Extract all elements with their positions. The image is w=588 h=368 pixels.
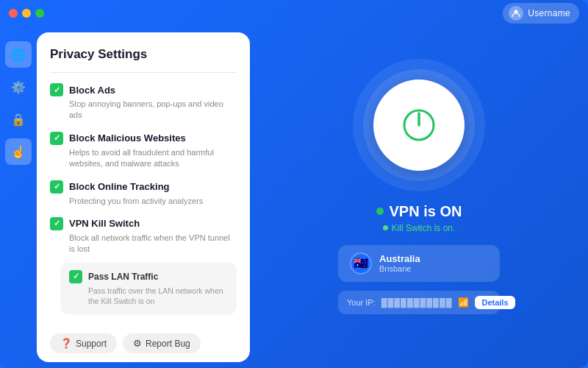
setting-desc-pass-lan: Pass traffic over the LAN network when t… xyxy=(69,286,228,307)
traffic-lights xyxy=(9,9,44,18)
setting-header-pass-lan: Pass LAN Traffic xyxy=(69,270,228,283)
support-button[interactable]: ❓ Support xyxy=(50,333,117,353)
location-card[interactable]: 🇦🇺 Australia Brisbane xyxy=(338,245,500,282)
country-name: Australia xyxy=(379,253,420,264)
ip-value: ███████████ xyxy=(381,298,453,307)
settings-panel: Privacy Settings Block Ads Stop annoying… xyxy=(37,32,250,362)
user-avatar-icon xyxy=(509,6,523,21)
user-name-label: Username xyxy=(528,8,570,18)
sidebar-item-globe[interactable]: 🌐 xyxy=(5,41,32,68)
sidebar-item-lock[interactable]: 🔒 xyxy=(5,106,32,132)
sidebar-item-settings[interactable]: ⚙️ xyxy=(5,74,32,100)
kill-switch-label: Kill Switch is on. xyxy=(392,223,456,233)
power-icon xyxy=(400,106,438,144)
ks-dot xyxy=(383,225,388,230)
support-icon: ❓ xyxy=(60,338,72,349)
vpn-status: VPN is ON xyxy=(376,203,462,220)
details-button[interactable]: Details xyxy=(475,296,514,309)
app-window: Username 🌐 ⚙️ 🔒 ☝️ Privacy Settings Bloc… xyxy=(0,0,588,368)
status-dot xyxy=(376,208,384,215)
setting-header-block-malicious: Block Malicious Websites xyxy=(50,132,237,145)
signal-icon: 📶 xyxy=(458,297,469,308)
titlebar: Username xyxy=(0,0,588,26)
setting-header-kill-switch: VPN Kill Switch xyxy=(50,217,237,230)
flag-emoji: 🇦🇺 xyxy=(354,256,368,270)
setting-kill-switch: VPN Kill Switch Block all network traffi… xyxy=(50,217,237,314)
panel-footer: ❓ Support ⚙ Report Bug xyxy=(50,333,201,353)
ip-bar: Your IP: ███████████ 📶 Details xyxy=(338,291,500,314)
setting-title-block-malicious: Block Malicious Websites xyxy=(69,132,186,144)
user-badge[interactable]: Username xyxy=(503,3,579,24)
checkbox-block-tracking[interactable] xyxy=(50,180,63,194)
setting-block-tracking: Block Online Tracking Protecting you fro… xyxy=(50,180,237,207)
setting-title-kill-switch: VPN Kill Switch xyxy=(69,218,140,229)
panel-title: Privacy Settings xyxy=(50,47,237,62)
setting-pass-lan: Pass LAN Traffic Pass traffic over the L… xyxy=(60,263,237,314)
ip-label: Your IP: xyxy=(347,298,376,307)
minimize-button[interactable] xyxy=(22,9,31,18)
power-container xyxy=(353,59,485,191)
checkbox-kill-switch[interactable] xyxy=(50,217,63,230)
checkbox-block-malicious[interactable] xyxy=(50,132,63,145)
location-info: Australia Brisbane xyxy=(379,253,420,273)
close-button[interactable] xyxy=(9,9,18,18)
sidebar: 🌐 ⚙️ 🔒 ☝️ xyxy=(0,26,37,368)
setting-header-block-ads: Block Ads xyxy=(50,83,237,96)
checkbox-block-ads[interactable] xyxy=(50,83,63,96)
bug-icon: ⚙ xyxy=(133,338,142,349)
divider xyxy=(50,72,237,73)
setting-desc-block-malicious: Helps to avoid all fraudulent and harmfu… xyxy=(50,147,237,170)
setting-block-ads: Block Ads Stop annoying banners, pop-ups… xyxy=(50,83,237,121)
bug-label: Report Bug xyxy=(146,339,190,349)
setting-desc-block-tracking: Protecting you from activity analyzers xyxy=(50,196,237,207)
setting-header-block-tracking: Block Online Tracking xyxy=(50,180,237,194)
maximize-button[interactable] xyxy=(35,9,44,18)
power-button[interactable] xyxy=(373,79,465,171)
checkbox-pass-lan[interactable] xyxy=(69,270,82,283)
support-label: Support xyxy=(76,339,107,349)
sidebar-item-privacy[interactable]: ☝️ xyxy=(5,138,32,165)
vpn-status-label: VPN is ON xyxy=(390,203,462,220)
report-bug-button[interactable]: ⚙ Report Bug xyxy=(123,333,201,353)
kill-switch-status: Kill Switch is on. xyxy=(383,223,456,233)
setting-title-block-ads: Block Ads xyxy=(69,85,115,96)
setting-title-pass-lan: Pass LAN Traffic xyxy=(88,272,158,282)
setting-desc-block-ads: Stop annoying banners, pop-ups and video… xyxy=(50,99,237,121)
setting-block-malicious: Block Malicious Websites Helps to avoid … xyxy=(50,132,237,170)
setting-title-block-tracking: Block Online Tracking xyxy=(69,181,170,192)
vpn-panel: VPN is ON Kill Switch is on. 🇦🇺 Australi… xyxy=(250,26,588,368)
main-layout: 🌐 ⚙️ 🔒 ☝️ Privacy Settings Block Ads Sto… xyxy=(0,26,588,368)
setting-desc-kill-switch: Block all network traffic when the VPN t… xyxy=(50,233,237,255)
city-name: Brisbane xyxy=(379,264,420,273)
flag-circle: 🇦🇺 xyxy=(350,252,372,275)
